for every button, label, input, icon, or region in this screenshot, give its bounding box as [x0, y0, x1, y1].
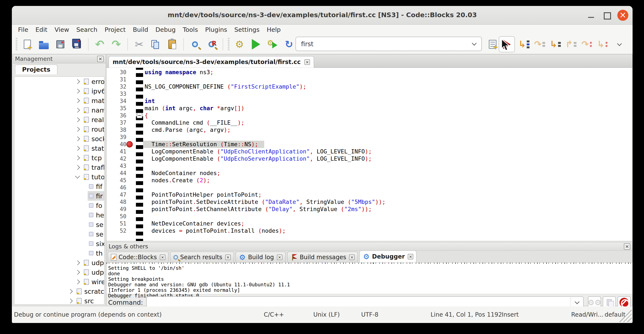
line-number[interactable]: 34	[106, 98, 126, 105]
line-number[interactable]: 45	[106, 177, 126, 184]
step-out-icon[interactable]: ↱	[564, 37, 578, 52]
menu-edit[interactable]: Edit	[32, 26, 51, 33]
line-number[interactable]: 32	[106, 83, 126, 90]
log-tab-close-icon[interactable]: ×	[408, 254, 413, 259]
step-into-icon[interactable]: ↳	[548, 37, 563, 52]
logs-close-icon[interactable]: ×	[624, 243, 630, 250]
line-number[interactable]: 40	[106, 141, 126, 148]
tree-item-tcp[interactable]: tcp	[14, 153, 104, 163]
debug-toolbar-chevron-icon[interactable]	[617, 41, 622, 46]
find-icon[interactable]	[188, 38, 202, 51]
maximize-button[interactable]	[601, 10, 612, 21]
new-file-icon[interactable]	[20, 38, 34, 51]
line-number[interactable]: 38	[106, 126, 126, 134]
menu-settings[interactable]: Settings	[231, 26, 263, 33]
menu-help[interactable]: Help	[263, 26, 284, 33]
line-number[interactable]: 37	[106, 119, 126, 126]
menu-debug[interactable]: Debug	[152, 26, 179, 33]
close-button[interactable]: ×	[617, 10, 628, 21]
management-close-icon[interactable]: ×	[97, 56, 104, 62]
tree-item-src[interactable]: src	[14, 296, 104, 304]
line-number[interactable]: 39	[106, 134, 126, 141]
tree-expander-icon[interactable]	[75, 279, 80, 284]
tab-projects[interactable]: Projects	[15, 65, 57, 74]
line-number[interactable]: 30	[106, 69, 126, 76]
combo-chevron-icon[interactable]	[472, 41, 477, 46]
log-tab-search-results[interactable]: Search results×	[170, 252, 234, 262]
log-tab-close-icon[interactable]: ×	[225, 254, 231, 260]
tree-expander-icon[interactable]	[75, 155, 80, 160]
run-icon[interactable]	[249, 38, 263, 51]
tree-item-six[interactable]: six	[14, 239, 104, 248]
tree-expander-icon[interactable]	[75, 165, 80, 170]
save-icon[interactable]	[54, 38, 67, 51]
open-file-icon[interactable]	[37, 38, 50, 51]
save-all-icon[interactable]	[70, 38, 84, 51]
tree-item-wire[interactable]: wire	[14, 277, 104, 286]
tree-expander-icon[interactable]	[75, 270, 80, 275]
tree-item-stat[interactable]: stat	[14, 143, 104, 153]
undo-icon[interactable]: ↶	[93, 38, 106, 51]
editor-tab-first-cc[interactable]: mnt/dev/tools/source/ns-3-dev/examples/t…	[108, 56, 314, 68]
tree-item-mat[interactable]: mat	[14, 96, 104, 105]
compile-icon[interactable]: ⚙	[233, 38, 246, 51]
tree-expander-icon[interactable]	[75, 89, 80, 94]
code-editor[interactable]: 30using namespace ns3;3132NS_LOG_COMPONE…	[106, 68, 632, 241]
menu-build[interactable]: Build	[129, 26, 152, 33]
line-number[interactable]: 35	[106, 105, 126, 112]
step-into-instruction-icon[interactable]: ↳	[595, 37, 610, 52]
line-number[interactable]: 50	[106, 213, 126, 220]
build-target-input[interactable]	[296, 40, 472, 48]
redo-icon[interactable]: ↷	[110, 38, 123, 51]
tree-item-scratch[interactable]: scratch	[14, 286, 104, 296]
line-number[interactable]: 31	[106, 76, 126, 83]
editor-tab-close-icon[interactable]: ×	[304, 59, 310, 65]
next-instruction-icon[interactable]: ↷	[579, 37, 594, 52]
tree-item-udp[interactable]: udp	[14, 258, 104, 267]
tree-item-th[interactable]: th	[14, 248, 104, 258]
log-tab-code-blocks[interactable]: Code::Blocks×	[108, 252, 168, 262]
tree-item-fo[interactable]: fo	[14, 201, 104, 210]
line-number[interactable]: 44	[106, 170, 126, 177]
line-number[interactable]: 46	[106, 184, 126, 191]
fold-marker-icon[interactable]	[137, 113, 142, 118]
tree-expander-icon[interactable]	[75, 79, 80, 84]
line-number[interactable]: 43	[106, 162, 126, 170]
line-number[interactable]: 41	[106, 148, 126, 155]
tree-item-ipv6[interactable]: ipv6	[14, 86, 104, 96]
line-number[interactable]: 33	[106, 90, 126, 98]
tree-item-sock[interactable]: sock	[14, 134, 104, 143]
menu-project[interactable]: Project	[101, 26, 129, 33]
tree-expander-icon[interactable]	[75, 108, 80, 113]
project-tree[interactable]: erroipv6matnamreallroutsockstattcptraflt…	[14, 77, 104, 304]
log-tab-close-icon[interactable]: ×	[277, 254, 282, 260]
cut-icon[interactable]: ✂	[132, 38, 146, 51]
tree-item-reall[interactable]: reall	[14, 115, 104, 124]
tree-item-nam[interactable]: nam	[14, 105, 104, 115]
line-number[interactable]: 36	[106, 112, 126, 119]
tree-item-tuto[interactable]: tuto	[14, 172, 104, 182]
tree-item-fif[interactable]: fif	[14, 182, 104, 191]
log-tab-debugger[interactable]: ⚙Debugger×	[360, 250, 416, 262]
copy-icon[interactable]	[149, 38, 162, 51]
tree-expander-icon[interactable]	[75, 260, 80, 265]
tree-item-erro[interactable]: erro	[14, 77, 104, 86]
toolbar-grip[interactable]	[228, 38, 230, 51]
build-target-combobox[interactable]	[296, 37, 482, 51]
tree-expander-icon[interactable]	[75, 117, 80, 122]
toolbar-grip[interactable]	[16, 38, 17, 51]
tree-expander-icon[interactable]	[75, 98, 80, 103]
line-number[interactable]: 42	[106, 155, 126, 162]
build-target-options-icon[interactable]	[486, 38, 500, 51]
tree-item-udp-[interactable]: udp-	[14, 267, 104, 277]
menu-search[interactable]: Search	[73, 26, 101, 33]
line-number[interactable]: 51	[106, 220, 126, 227]
menu-plugins[interactable]: Plugins	[202, 26, 231, 33]
line-number[interactable]: 49	[106, 206, 126, 213]
tree-item-he[interactable]: he	[14, 210, 104, 220]
tree-expander-icon[interactable]	[75, 146, 80, 151]
run-to-cursor-icon[interactable]: ↳	[516, 37, 531, 52]
line-number[interactable]: 48	[106, 198, 126, 206]
menu-view[interactable]: View	[51, 26, 73, 33]
minimize-button[interactable]	[586, 10, 596, 21]
